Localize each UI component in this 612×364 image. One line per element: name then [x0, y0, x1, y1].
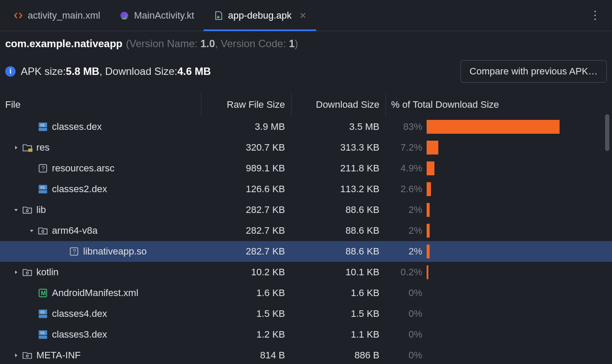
chevron-down-icon[interactable] — [26, 228, 37, 233]
file-name: resources.arsc — [52, 163, 114, 174]
raw-size: 814 B — [201, 350, 291, 359]
raw-size: 3.9 MB — [201, 121, 291, 132]
file-name: libnativeapp.so — [83, 246, 147, 257]
download-size: 113.2 KB — [291, 184, 385, 195]
size-line: i APK size: 5.8 MB , Download Size: 4.6 … — [5, 60, 607, 83]
tab-label: MainActivity.kt — [134, 10, 194, 21]
download-size: 88.6 KB — [291, 225, 385, 236]
file-name: AndroidManifest.xml — [52, 287, 138, 299]
percent-bar-cell — [427, 200, 607, 220]
tab-activity-main[interactable]: activity_main.xml — [3, 0, 110, 31]
percent-bar — [427, 161, 434, 175]
file-name: kotlin — [36, 267, 58, 278]
file-name: classes4.dex — [52, 308, 107, 319]
file-name: lib — [36, 204, 46, 216]
file-name-cell: ?resources.arsc — [5, 163, 201, 174]
file-name-cell: MAndroidManifest.xml — [5, 287, 201, 299]
percent-bar — [427, 224, 430, 238]
svg-text:01: 01 — [41, 185, 45, 190]
xml-icon — [13, 10, 23, 21]
file-name-cell: ?libnativeapp.so — [5, 246, 201, 257]
percent-value: 0% — [385, 287, 427, 299]
table-row[interactable]: ?libnativeapp.so282.7 KB88.6 KB2% — [0, 241, 612, 262]
raw-size: 320.7 KB — [201, 142, 291, 153]
table-row[interactable]: res320.7 KB313.3 KB7.2% — [0, 137, 612, 158]
percent-value: 2% — [385, 204, 427, 216]
vertical-scrollbar[interactable] — [605, 114, 609, 151]
chevron-right-icon[interactable] — [10, 145, 22, 150]
column-download-size[interactable]: Download Size — [291, 93, 385, 116]
editor-tabs: activity_main.xml MainActivity.kt app-de… — [0, 0, 612, 31]
svg-text:?: ? — [73, 248, 76, 255]
tab-app-debug-apk[interactable]: app-debug.apk ✕ — [204, 0, 316, 31]
folder-icon — [22, 267, 33, 278]
file-name-cell: lib — [5, 204, 201, 216]
tab-label: app-debug.apk — [228, 10, 291, 21]
download-size: 313.3 KB — [291, 142, 385, 153]
package-name: com.example.nativeapp — [5, 38, 123, 50]
raw-size: 1.6 KB — [201, 287, 291, 299]
kotlin-class-icon — [119, 10, 130, 21]
manifest-icon: M — [37, 287, 49, 299]
dex-icon: 01 — [37, 308, 49, 319]
file-name: arm64-v8a — [52, 225, 97, 236]
table-row[interactable]: kotlin10.2 KB10.1 KB0.2% — [0, 262, 612, 283]
table-row[interactable]: arm64-v8a282.7 KB88.6 KB2% — [0, 220, 612, 241]
svg-text:01: 01 — [41, 331, 45, 335]
svg-point-13 — [42, 230, 44, 232]
table-row[interactable]: META-INF814 B886 B0% — [0, 345, 612, 359]
table-row[interactable]: 01classes3.dex1.2 KB1.1 KB0% — [0, 324, 612, 345]
folder-icon — [37, 225, 49, 236]
svg-point-16 — [26, 272, 29, 274]
close-icon[interactable]: ✕ — [299, 10, 307, 21]
raw-size: 1.5 KB — [201, 308, 291, 319]
chevron-down-icon[interactable] — [10, 207, 22, 213]
table-row[interactable]: MAndroidManifest.xml1.6 KB1.6 KB0% — [0, 283, 612, 303]
tab-main-activity[interactable]: MainActivity.kt — [110, 0, 204, 31]
percent-bar — [427, 203, 430, 217]
chevron-right-icon[interactable] — [10, 353, 22, 358]
percent-value: 0% — [385, 350, 427, 359]
tabs-overflow-menu[interactable]: ⋮ — [581, 9, 609, 22]
svg-point-25 — [26, 355, 29, 357]
table-row[interactable]: ?resources.arsc989.1 KB211.8 KB4.9% — [0, 158, 612, 179]
percent-bar-cell — [427, 303, 607, 324]
download-size: 1.5 KB — [291, 308, 385, 319]
download-size: 10.1 KB — [291, 267, 385, 278]
download-size: 88.6 KB — [291, 204, 385, 216]
compare-button[interactable]: Compare with previous APK… — [460, 60, 607, 83]
column-raw-size[interactable]: Raw File Size — [201, 93, 291, 116]
percent-bar-cell — [427, 179, 607, 200]
percent-bar-cell — [427, 345, 607, 359]
table-row[interactable]: 01classes2.dex126.6 KB113.2 KB2.6% — [0, 179, 612, 200]
percent-bar-cell — [427, 137, 607, 158]
column-percent[interactable]: % of Total Download Size — [385, 93, 607, 116]
download-size: 3.5 MB — [291, 121, 385, 132]
column-file[interactable]: File — [5, 99, 201, 110]
dex-icon: 01 — [37, 184, 49, 195]
raw-size: 126.6 KB — [201, 184, 291, 195]
file-name: classes.dex — [52, 121, 102, 132]
unknown-icon: ? — [37, 163, 49, 174]
dex-icon: 01 — [37, 121, 49, 132]
percent-bar — [427, 182, 431, 196]
table-row[interactable]: 01classes.dex3.9 MB3.5 MB83% — [0, 116, 612, 137]
table-row[interactable]: 01classes4.dex1.5 KB1.5 KB0% — [0, 303, 612, 324]
svg-rect-4 — [39, 128, 47, 131]
percent-bar-cell — [427, 262, 607, 283]
svg-rect-6 — [28, 148, 32, 152]
file-name-cell: 01classes2.dex — [5, 184, 201, 195]
percent-value: 0% — [385, 329, 427, 340]
table-row[interactable]: lib282.7 KB88.6 KB2% — [0, 200, 612, 220]
file-name: META-INF — [36, 350, 81, 359]
raw-size: 282.7 KB — [201, 246, 291, 257]
percent-bar-cell — [427, 116, 607, 137]
raw-size: 282.7 KB — [201, 204, 291, 216]
raw-size: 989.1 KB — [201, 163, 291, 174]
percent-value: 2.6% — [385, 184, 427, 195]
package-line: com.example.nativeapp (Version Name: 1.0… — [5, 38, 607, 50]
raw-size: 282.7 KB — [201, 225, 291, 236]
chevron-right-icon[interactable] — [10, 270, 22, 275]
svg-rect-23 — [39, 335, 47, 339]
file-name-cell: arm64-v8a — [5, 225, 201, 236]
